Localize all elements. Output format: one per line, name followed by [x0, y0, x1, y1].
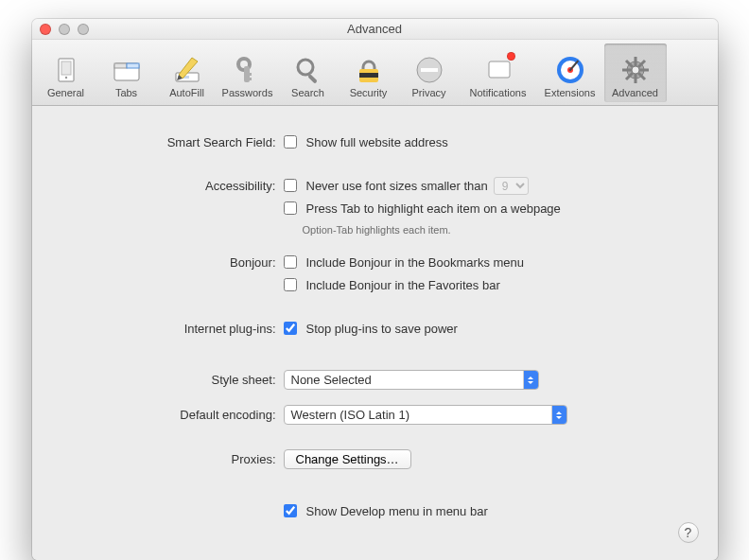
svg-rect-4	[114, 63, 127, 68]
popup-arrows-icon	[551, 406, 566, 424]
svg-rect-1	[61, 61, 71, 75]
svg-rect-17	[421, 68, 438, 72]
change-proxy-settings-button[interactable]: Change Settings…	[284, 449, 411, 469]
bonjour-favorites-label: Include Bonjour in the Favorites bar	[306, 278, 500, 292]
toolbar-label: Advanced	[612, 87, 658, 98]
toolbar-item-advanced[interactable]: Advanced	[604, 44, 667, 102]
svg-rect-11	[247, 73, 252, 76]
stop-plugins-power-checkbox[interactable]	[284, 322, 297, 335]
min-font-size-label: Never use font sizes smaller than	[306, 179, 488, 193]
bonjour-bookmarks-label: Include Bonjour in the Bookmarks menu	[306, 255, 525, 270]
toolbar-label: Security	[350, 87, 388, 98]
plugins-label: Internet plug-ins:	[85, 322, 284, 336]
show-develop-menu-checkbox[interactable]	[284, 504, 297, 517]
toolbar-item-autofill[interactable]: AutoFill	[158, 44, 217, 102]
stop-plugins-power-label: Stop plug-ins to save power	[306, 322, 458, 336]
passwords-icon	[232, 54, 264, 86]
toolbar-item-passwords[interactable]: Passwords	[218, 44, 277, 102]
accessibility-label: Accessibility:	[85, 179, 284, 193]
svg-point-2	[64, 77, 66, 79]
notification-badge-icon	[507, 52, 515, 61]
popup-arrows-icon	[523, 371, 538, 389]
search-icon	[292, 54, 324, 86]
help-icon: ?	[685, 525, 692, 540]
security-icon	[353, 54, 385, 86]
min-font-size-select[interactable]: 9	[494, 177, 529, 195]
toolbar-label: Search	[291, 87, 324, 98]
min-font-size-checkbox[interactable]	[284, 179, 297, 192]
bonjour-label: Bonjour:	[85, 255, 284, 270]
smart-search-label: Smart Search Field:	[85, 135, 284, 149]
svg-rect-5	[127, 63, 139, 68]
toolbar-item-general[interactable]: General	[37, 44, 96, 102]
style-sheet-label: Style sheet:	[85, 373, 284, 387]
minimize-window-button[interactable]	[59, 24, 70, 35]
window-title: Advanced	[347, 22, 402, 36]
svg-rect-18	[489, 61, 510, 78]
svg-point-28	[632, 66, 639, 74]
close-window-button[interactable]	[40, 24, 51, 35]
advanced-pane: Smart Search Field: Show full website ad…	[32, 106, 718, 560]
bonjour-favorites-checkbox[interactable]	[284, 278, 297, 291]
show-develop-menu-label: Show Develop menu in menu bar	[306, 504, 488, 518]
toolbar-label: General	[47, 87, 84, 98]
zoom-window-button[interactable]	[78, 24, 89, 35]
svg-rect-13	[307, 74, 318, 84]
toolbar-label: Passwords	[222, 87, 273, 98]
default-encoding-value: Western (ISO Latin 1)	[291, 408, 409, 422]
help-button[interactable]: ?	[678, 522, 699, 543]
bonjour-bookmarks-checkbox[interactable]	[284, 255, 297, 269]
option-tab-hint: Option-Tab highlights each item.	[303, 224, 451, 236]
show-full-address-label: Show full website address	[306, 135, 448, 149]
default-encoding-select[interactable]: Western (ISO Latin 1)	[284, 405, 567, 425]
general-icon	[50, 54, 82, 86]
toolbar-item-security[interactable]: Security	[340, 44, 398, 102]
titlebar[interactable]: Advanced	[32, 19, 718, 40]
press-tab-checkbox[interactable]	[284, 201, 297, 215]
autofill-icon	[171, 54, 203, 86]
style-sheet-value: None Selected	[291, 373, 372, 387]
tabs-icon	[111, 54, 143, 86]
privacy-icon	[413, 54, 445, 86]
preferences-toolbar: General Tabs AutoFill Passwords Search	[32, 40, 718, 106]
toolbar-label: AutoFill	[169, 87, 204, 98]
extensions-icon	[554, 54, 586, 86]
toolbar-item-privacy[interactable]: Privacy	[400, 44, 459, 102]
svg-rect-15	[359, 73, 378, 78]
preferences-window: Advanced General Tabs AutoFill Password	[32, 19, 718, 560]
proxies-label: Proxies:	[85, 452, 284, 466]
press-tab-label: Press Tab to highlight each item on a we…	[306, 201, 561, 216]
toolbar-label: Privacy	[411, 87, 445, 98]
toolbar-label: Extensions	[545, 87, 596, 98]
svg-rect-10	[247, 78, 252, 80]
toolbar-label: Notifications	[470, 87, 527, 98]
advanced-icon	[619, 54, 652, 86]
show-full-address-checkbox[interactable]	[284, 135, 297, 149]
toolbar-label: Tabs	[115, 87, 137, 98]
svg-point-12	[298, 60, 313, 75]
default-encoding-label: Default encoding:	[85, 408, 284, 422]
toolbar-item-extensions[interactable]: Extensions	[538, 44, 602, 102]
toolbar-item-tabs[interactable]: Tabs	[97, 44, 156, 102]
toolbar-item-notifications[interactable]: Notifications	[461, 44, 536, 102]
toolbar-item-search[interactable]: Search	[279, 44, 338, 102]
style-sheet-select[interactable]: None Selected	[284, 370, 539, 390]
notifications-icon	[482, 54, 514, 86]
